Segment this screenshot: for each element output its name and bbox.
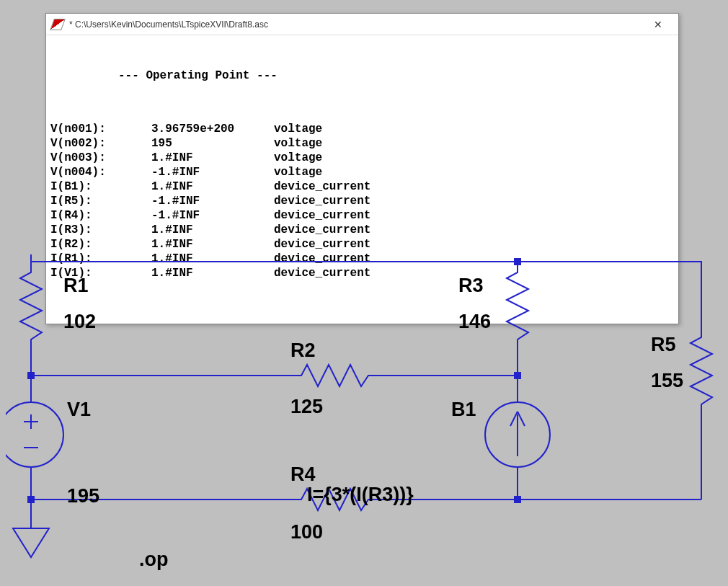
output-value: -1.#INF xyxy=(151,208,274,223)
output-row: V(n001):3.96759e+200voltage xyxy=(50,122,392,136)
svg-rect-9 xyxy=(27,496,35,503)
output-name: I(R2): xyxy=(50,237,151,252)
r2-name[interactable]: R2 xyxy=(290,339,316,362)
r1-name[interactable]: R1 xyxy=(63,275,89,297)
output-type: voltage xyxy=(274,165,392,179)
schematic-canvas[interactable]: R1 102 R2 125 R3 146 R4 100 R5 155 V1 19… xyxy=(6,254,719,582)
output-row: V(n002):195voltage xyxy=(50,136,392,151)
svg-rect-6 xyxy=(27,372,35,379)
output-value: 1.#INF xyxy=(151,151,274,165)
r4-value[interactable]: 100 xyxy=(290,521,323,543)
output-row: I(R3):1.#INFdevice_current xyxy=(50,223,392,237)
v1-name[interactable]: V1 xyxy=(67,399,91,421)
svg-rect-10 xyxy=(514,496,521,503)
output-name: V(n003): xyxy=(50,151,151,165)
output-value: -1.#INF xyxy=(151,165,274,179)
output-name: I(R3): xyxy=(50,223,151,237)
output-type: device_current xyxy=(274,208,392,223)
output-type: voltage xyxy=(274,122,392,136)
output-name: I(R4): xyxy=(50,208,151,223)
output-type: voltage xyxy=(274,151,392,165)
output-value: -1.#INF xyxy=(151,194,274,208)
output-name: V(n004): xyxy=(50,165,151,179)
r5-name[interactable]: R5 xyxy=(651,334,676,356)
output-name: I(B1): xyxy=(50,179,151,194)
r3-value[interactable]: 146 xyxy=(458,311,491,333)
r2-value[interactable]: 125 xyxy=(290,396,323,418)
titlebar[interactable]: * C:\Users\Kevin\Documents\LTspiceXVII\D… xyxy=(46,14,678,35)
svg-rect-8 xyxy=(514,372,521,379)
output-value: 195 xyxy=(151,136,274,151)
output-name: V(n001): xyxy=(50,122,151,136)
output-row: V(n004):-1.#INFvoltage xyxy=(50,165,392,179)
r4-name[interactable]: R4 xyxy=(290,463,316,486)
output-row: I(R5):-1.#INFdevice_current xyxy=(50,194,392,208)
output-row: V(n003):1.#INFvoltage xyxy=(50,151,392,165)
r3-name[interactable]: R3 xyxy=(458,275,484,297)
r1-value[interactable]: 102 xyxy=(63,311,96,333)
output-value: 1.#INF xyxy=(151,179,274,194)
output-value: 1.#INF xyxy=(151,223,274,237)
output-row: I(R2):1.#INFdevice_current xyxy=(50,237,392,252)
output-row: I(B1):1.#INFdevice_current xyxy=(50,179,392,194)
output-value: 1.#INF xyxy=(151,237,274,252)
output-name: V(n002): xyxy=(50,136,151,151)
svg-point-0 xyxy=(6,402,63,467)
spice-directive[interactable]: .op xyxy=(139,549,169,571)
ltspice-icon xyxy=(50,19,66,30)
b1-value[interactable]: I={3*(I(R3))} xyxy=(307,484,414,506)
close-button[interactable]: ✕ xyxy=(644,14,672,35)
v1-value[interactable]: 195 xyxy=(67,485,99,507)
output-type: voltage xyxy=(274,136,392,151)
svg-rect-7 xyxy=(514,258,521,265)
window-title: * C:\Users\Kevin\Documents\LTspiceXVII\D… xyxy=(69,19,644,30)
output-type: device_current xyxy=(274,179,392,194)
output-name: I(R5): xyxy=(50,194,151,208)
output-header: --- Operating Point --- xyxy=(46,68,678,83)
r5-value[interactable]: 155 xyxy=(651,370,683,392)
output-row: I(R4):-1.#INFdevice_current xyxy=(50,208,392,223)
output-value: 3.96759e+200 xyxy=(151,122,274,136)
output-type: device_current xyxy=(274,194,392,208)
b1-name[interactable]: B1 xyxy=(451,399,476,421)
output-type: device_current xyxy=(274,237,392,252)
output-type: device_current xyxy=(274,223,392,237)
